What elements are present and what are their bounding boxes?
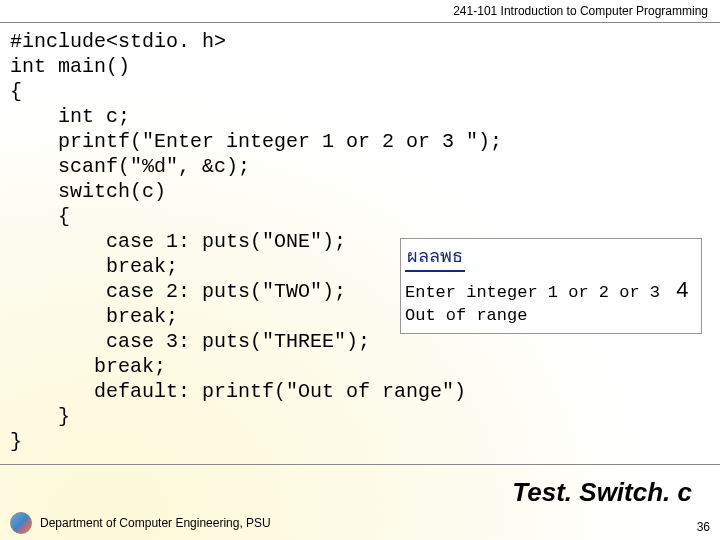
output-label: ผลลพธ — [405, 241, 465, 272]
output-prompt: Enter integer 1 or 2 or 3 — [405, 283, 670, 302]
dept-logo-icon — [10, 512, 32, 534]
output-user-input: 4 — [676, 277, 688, 302]
course-header: 241-101 Introduction to Computer Program… — [453, 4, 708, 18]
page-number: 36 — [697, 520, 710, 534]
dept-name: Department of Computer Engineering, PSU — [40, 516, 271, 530]
output-body: Enter integer 1 or 2 or 3 4 Out of range — [405, 276, 697, 327]
output-result: Out of range — [405, 306, 527, 325]
filename-label: Test. Switch. c — [512, 477, 692, 508]
slide: 241-101 Introduction to Computer Program… — [0, 0, 720, 540]
output-box: ผลลพธ Enter integer 1 or 2 or 3 4 Out of… — [400, 238, 702, 334]
slide-footer: Department of Computer Engineering, PSU — [10, 512, 271, 534]
